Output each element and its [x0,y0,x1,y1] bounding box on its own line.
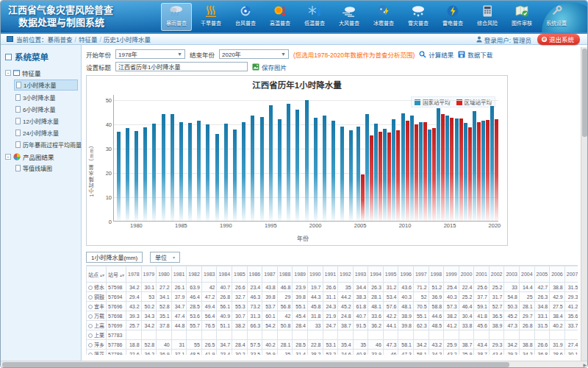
column-header-year[interactable]: 1988 [277,266,293,283]
horizontal-scrollbar[interactable]: ▶ [1,361,587,367]
column-header-year[interactable]: 2003 [504,266,520,283]
column-header-year[interactable]: 2000 [459,266,474,283]
column-header-year[interactable]: 1998 [429,266,444,283]
logout-button[interactable]: ⊘ 退出系统 [537,34,580,45]
radio-button[interactable] [88,333,93,338]
nav-item-高温普查[interactable]: 高温普查 [265,3,295,31]
column-header-year[interactable]: 1995 [383,266,398,283]
vertical-scrollbar-thumb[interactable] [582,49,587,137]
radio-button[interactable] [88,295,93,300]
nav-item-综合风险[interactable]: 综合风险 [472,3,503,31]
column-header-station-id[interactable]: 站号 ▴▾ [107,266,126,283]
data-table-viewport[interactable]: 站点 ▴▾站号 ▴▾197819791980198119821983198419… [86,265,578,355]
table-row[interactable]: 万载5769839.334.335.147.453.656.440.930.73… [87,311,578,321]
table-row[interactable]: 宜丰5769643.250.252.834.728.549.456.155.37… [87,302,578,311]
column-header-year[interactable]: 1985 [232,266,248,283]
breadcrumb-item[interactable]: 暴雨普查 [48,36,73,43]
station-name-cell[interactable]: 修水 [87,283,107,292]
nav-item-图件审核[interactable]: 图件审核 [506,3,537,31]
column-header-year[interactable]: 2001 [474,266,490,283]
column-header-year[interactable]: 1981 [171,266,187,283]
column-header-year[interactable]: 1993 [353,266,368,283]
column-header-station[interactable]: 站点 ▴▾ [87,266,107,283]
nav-item-雷电普查[interactable]: 雷电普查 [437,3,468,31]
nav-item-系统设置[interactable]: 系统设置 [541,3,572,31]
station-name-cell[interactable]: 萍乡 [87,340,107,350]
sidebar-item-等值线填图[interactable]: 等值线填图 [14,163,78,173]
table-row[interactable]: 上栗57783 [87,330,578,340]
sidebar-item-3小时降水量[interactable]: 3小时降水量 [14,93,78,102]
column-header-year[interactable]: 2006 [550,266,565,283]
column-header-year[interactable]: 2004 [520,266,535,283]
nav-item-雪灾普查[interactable]: 雪灾普查 [403,3,434,31]
station-name-cell[interactable]: 上高 [87,321,107,330]
calculate-button[interactable]: 计算结果 [419,50,453,59]
table-row[interactable]: 铜鼓5769429.45334.137.946.447.226.832.746.… [87,292,578,302]
column-header-year[interactable]: 1978 [126,266,141,283]
sidebar-item-1小时降水量[interactable]: 1小时降水量 [14,79,78,91]
column-header-year[interactable]: 1999 [444,266,459,283]
sidebar-item-历年暴雨过程平均雨量[interactable]: 历年暴雨过程平均雨量 [14,140,78,149]
column-header-year[interactable]: 1990 [307,266,323,283]
radio-button[interactable] [88,314,93,319]
end-year-select[interactable]: 2020年▼ [219,49,289,59]
column-header-year[interactable]: 1984 [217,266,232,283]
column-header-year[interactable]: 1991 [323,266,338,283]
breadcrumb-item[interactable]: 历史1小时降水量 [104,36,151,43]
sidebar-item-12小时降水量[interactable]: 12小时降水量 [14,116,78,126]
sidebar-item-24小时降水量[interactable]: 24小时降水量 [14,128,78,138]
nav-item-冰雹普查[interactable]: 冰雹普查 [368,3,399,31]
sidebar-item-6小时降水量[interactable]: 6小时降水量 [14,105,78,114]
y-tick-label: 20 [106,169,112,176]
download-button[interactable]: 数据下载 [458,50,492,59]
table-row[interactable]: 萍乡5778618.852.840315526.534.728.457.540.… [87,340,578,350]
save-image-button[interactable]: 保存图片 [252,63,287,71]
column-header-year[interactable]: 1997 [413,266,429,283]
unit-dropdown[interactable]: 单位▾ [150,252,180,263]
radio-button[interactable] [88,343,93,347]
value-cell: 57.3 [444,302,459,311]
column-header-year[interactable]: 1980 [157,266,172,283]
column-header-year[interactable]: 1979 [141,266,157,283]
column-header-year[interactable]: 1992 [338,266,354,283]
breadcrumb-item[interactable]: 特征量 [79,36,98,43]
column-header-year[interactable]: 2002 [489,266,504,283]
column-header-year[interactable]: 1983 [201,266,217,283]
collapse-icon[interactable]: - [5,154,11,160]
column-header-year[interactable]: 1987 [262,266,278,283]
column-header-year[interactable]: 1989 [293,266,308,283]
station-name-cell[interactable]: 上栗 [87,330,107,340]
radio-button[interactable] [88,353,93,355]
horizontal-scrollbar-thumb[interactable] [2,362,509,367]
table-row[interactable]: 修水5759834.230.127.226.163.94240.726.623.… [87,283,578,292]
radio-button[interactable] [88,305,93,309]
column-header-year[interactable]: 1982 [187,266,202,283]
column-header-year[interactable]: 1996 [398,266,414,283]
nav-item-台风普查[interactable]: 台风普查 [230,3,261,31]
radio-button[interactable] [88,324,93,328]
start-year-select[interactable]: 1978年▼ [115,49,185,59]
column-header-year[interactable]: 1994 [368,266,384,283]
tree-node-产品图结果[interactable]: -产品图结果 [5,152,78,161]
nav-item-干旱普查[interactable]: 干旱普查 [196,3,226,31]
column-header-year[interactable]: 1986 [247,266,262,283]
tree-node-特征量[interactable]: -特征量 [5,68,78,77]
bar-national [197,121,201,221]
nav-item-暴雨普查[interactable]: 暴雨普查 [161,3,192,31]
column-header-year[interactable]: 2005 [534,266,550,283]
station-name-cell[interactable]: 宜丰 [87,302,107,311]
station-name-cell[interactable]: 万载 [87,311,107,321]
nav-item-大风普查[interactable]: 大风普查 [334,3,365,31]
radio-button[interactable] [88,286,93,290]
column-header-year[interactable]: 2007 [564,266,578,283]
value-cell [201,330,217,340]
nav-item-低温普查[interactable]: 低温普查 [299,3,330,31]
table-row[interactable]: 上高5769925.734.237.844.855.776.551.138.26… [87,321,578,330]
table-row[interactable]: 莲花5778922.636.236.937.148.541.923.430.23… [87,350,578,355]
value-cell: 22.8 [307,340,323,350]
vertical-scrollbar[interactable] [581,47,587,368]
station-name-cell[interactable]: 铜鼓 [87,292,107,302]
collapse-icon[interactable]: - [5,70,11,76]
chart-title-input[interactable] [115,62,248,71]
station-name-cell[interactable]: 莲花 [87,350,107,355]
